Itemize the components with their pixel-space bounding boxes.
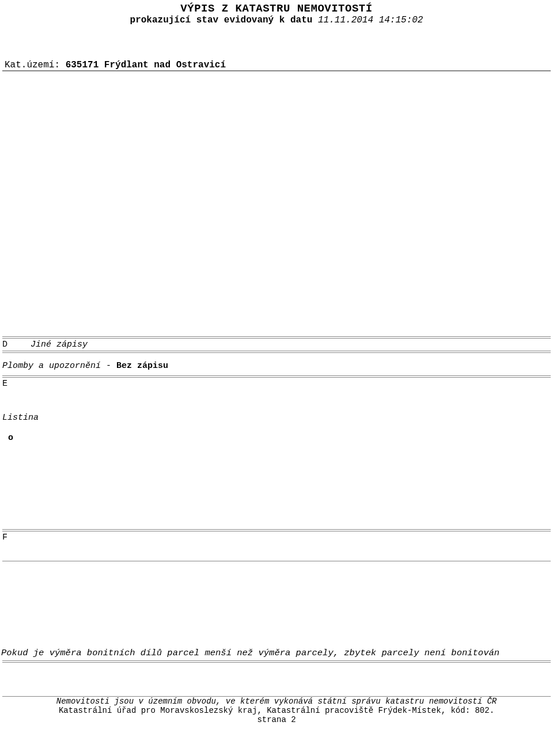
section-d-row: D Jiné zápisy: [0, 339, 553, 351]
section-f-row: F: [0, 531, 553, 544]
plomby-dash: -: [106, 361, 111, 371]
listina-block: Listina o: [2, 413, 553, 443]
document-title: VÝPIS Z KATASTRU NEMOVITOSTÍ: [0, 2, 553, 15]
plomby-row: Plomby a upozornění - Bez zápisu: [0, 360, 553, 372]
document-header: VÝPIS Z KATASTRU NEMOVITOSTÍ prokazující…: [0, 2, 553, 25]
footer-line2: Katastrální úřad pro Moravskoslezský kra…: [0, 706, 553, 715]
section-e-letter: E: [2, 379, 25, 389]
double-divider: [2, 660, 551, 663]
subtitle-date: 11.11.2014 14:15:02: [318, 15, 423, 25]
blank-area: [0, 71, 553, 336]
section-f-letter: F: [2, 533, 25, 542]
footer-line1: Nemovitosti jsou v územním obvodu, ve kt…: [0, 697, 553, 706]
kat-uzemi-line: Kat.území: 635171 Frýdlant nad Ostravicí: [5, 60, 553, 70]
document-subtitle: prokazující stav evidovaný k datu 11.11.…: [0, 15, 553, 25]
divider: [2, 561, 551, 561]
double-divider: [2, 351, 551, 353]
listina-bullet: o: [8, 433, 553, 443]
blank-area: [0, 443, 553, 529]
kat-uzemi-value: 635171 Frýdlant nad Ostravicí: [66, 60, 226, 70]
section-d-letter: D: [2, 340, 25, 349]
footer-page: strana 2: [0, 715, 553, 724]
listina-label: Listina: [2, 413, 553, 423]
kat-uzemi-label: Kat.území:: [5, 60, 60, 70]
plomby-value: Bez zápisu: [116, 361, 168, 371]
bonit-note: Pokud je výměra bonitních dílů parcel me…: [1, 648, 552, 658]
section-e-row: E: [0, 378, 553, 390]
section-d-label: Jiné zápisy: [31, 340, 88, 349]
footer: Nemovitosti jsou v územním obvodu, ve kt…: [0, 696, 553, 724]
subtitle-prefix: prokazující stav evidovaný k datu: [130, 15, 313, 25]
plomby-label: Plomby a upozornění: [2, 361, 101, 371]
